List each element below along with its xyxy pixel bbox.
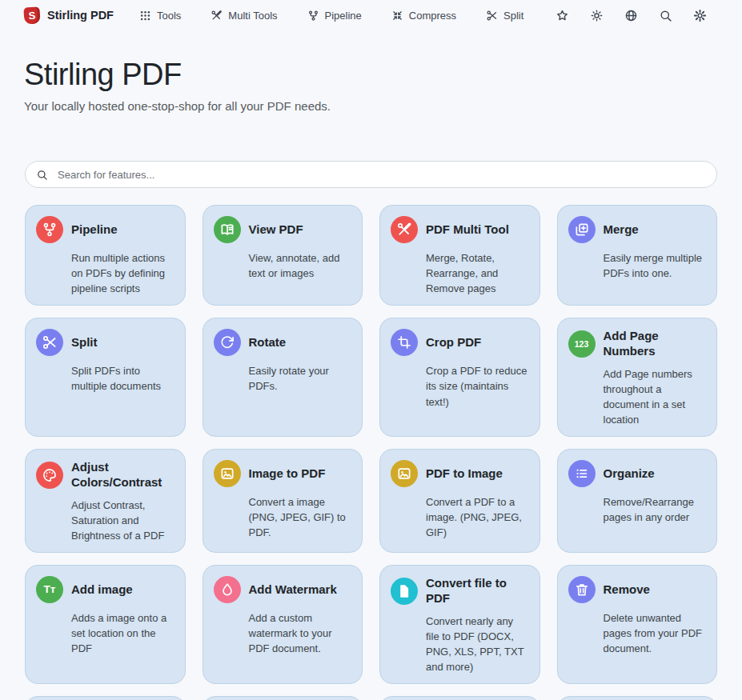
nav-menu: Tools Multi Tools Pipeline Compress Spli… — [139, 10, 523, 22]
feature-card-compress[interactable]: Compress Compress PDFs to reduce their f… — [379, 696, 540, 700]
card-title: Convert file to PDF — [426, 576, 529, 606]
card-header: Rotate — [214, 329, 352, 356]
card-description: Split PDFs into multiple documents — [71, 363, 174, 394]
card-title: Adjust Colors/Contrast — [71, 460, 174, 490]
card-description: Merge, Rotate, Rearrange, and Remove pag… — [426, 250, 529, 296]
card-header: PDF to Image — [391, 460, 529, 487]
star-icon[interactable] — [555, 9, 569, 22]
text-format-icon: Tт — [36, 576, 63, 603]
card-description: Remove/Rearrange pages in any order — [604, 494, 707, 525]
hero-section: Stirling PDF Your locally hosted one-sto… — [0, 29, 742, 113]
pipeline-icon — [307, 10, 319, 22]
card-description: Easily merge multiple PDFs into one. — [604, 250, 707, 281]
scissors-icon — [486, 10, 498, 22]
card-description: Add Page numbers throughout a document i… — [604, 366, 707, 427]
card-header: Image to PDF — [214, 460, 352, 487]
nav-item-pipeline[interactable]: Pipeline — [307, 10, 362, 22]
card-header: View PDF — [214, 216, 352, 243]
settings-gear-icon[interactable] — [693, 9, 707, 22]
feature-card-merge[interactable]: Merge Easily merge multiple PDFs into on… — [557, 205, 718, 306]
feature-card-pdf-multi-tool[interactable]: PDF Multi Tool Merge, Rotate, Rearrange,… — [379, 205, 540, 306]
feature-card-add-watermark[interactable]: Add Watermark Add a custom watermark to … — [203, 565, 363, 684]
feature-card-adjust-colors-contrast[interactable]: Adjust Colors/Contrast Adjust Contrast, … — [25, 449, 186, 553]
card-header: Remove — [568, 576, 707, 603]
scissors-icon — [36, 329, 63, 356]
card-header: Crop PDF — [391, 329, 529, 356]
image-icon — [391, 460, 418, 487]
book-open-icon — [214, 216, 241, 243]
nav-item-tools[interactable]: Tools — [139, 10, 181, 22]
nav-item-split[interactable]: Split — [486, 10, 523, 22]
main-content: Stirling PDF Your locally hosted one-sto… — [0, 29, 742, 700]
page-title: Stirling PDF — [24, 58, 718, 92]
feature-card-remove-password[interactable]: Remove Password Remove password protecti… — [203, 696, 363, 700]
card-description: Delete unwanted pages from your PDF docu… — [604, 610, 707, 656]
feature-card-image-to-pdf[interactable]: Image to PDF Convert a image (PNG, JPEG,… — [203, 449, 363, 553]
top-navbar: S Stirling PDF Tools Multi Tools Pipelin… — [0, 0, 742, 29]
feature-card-add-page-numbers[interactable]: 123 Add Page Numbers Add Page numbers th… — [557, 318, 718, 437]
feature-card-remove[interactable]: Remove Delete unwanted pages from your P… — [557, 565, 718, 684]
search-input[interactable] — [56, 168, 706, 182]
card-description: Crop a PDF to reduce its size (maintains… — [426, 363, 529, 409]
stirling-logo-icon: S — [23, 6, 40, 24]
card-header: Tт Add image — [36, 576, 174, 603]
card-title: Image to PDF — [249, 466, 326, 482]
card-title: Add Watermark — [249, 582, 337, 598]
feature-card-change-metadata[interactable]: Change Metadata Change/Remove/Add metada… — [557, 696, 718, 700]
feature-search-bar[interactable] — [25, 161, 717, 188]
card-title: Split — [71, 335, 98, 350]
file-icon — [391, 578, 418, 605]
palette-icon — [36, 462, 63, 489]
list-icon — [568, 460, 596, 487]
card-title: Merge — [604, 222, 639, 238]
globe-icon[interactable] — [624, 9, 638, 22]
droplet-icon — [214, 576, 241, 603]
card-title: Organize — [604, 466, 655, 482]
trash-icon — [568, 576, 596, 603]
card-description: Adds a image onto a set location on the … — [71, 610, 174, 656]
card-title: Add image — [71, 582, 133, 598]
pipeline-icon — [36, 216, 63, 243]
card-header: Split — [36, 329, 174, 356]
brand-home-link[interactable]: S Stirling PDF — [24, 7, 114, 24]
feature-card-split[interactable]: Split Split PDFs into multiple documents — [25, 318, 186, 437]
card-description: Easily rotate your PDFs. — [249, 363, 352, 394]
theme-sun-icon[interactable] — [590, 9, 604, 22]
feature-card-view-pdf[interactable]: View PDF View, annotate, add text or ima… — [203, 205, 363, 306]
search-icon — [36, 169, 48, 181]
tools-icon — [391, 216, 418, 243]
feature-card-add-image[interactable]: Tт Add image Adds a image onto a set loc… — [25, 565, 186, 684]
card-title: PDF to Image — [426, 466, 503, 482]
navbar-actions — [555, 9, 707, 22]
card-header: Pipeline — [36, 216, 174, 243]
feature-card-add-password[interactable]: Add Password Encrypt your PDF document w… — [25, 696, 186, 700]
tools-icon — [211, 10, 223, 22]
feature-card-pipeline[interactable]: Pipeline Run multiple actions on PDFs by… — [25, 205, 186, 306]
feature-card-pdf-to-image[interactable]: PDF to Image Convert a PDF to a image. (… — [379, 449, 540, 553]
feature-card-convert-file-to-pdf[interactable]: Convert file to PDF Convert nearly any f… — [379, 565, 540, 684]
nav-item-multi-tools[interactable]: Multi Tools — [211, 10, 277, 22]
card-header: 123 Add Page Numbers — [568, 329, 707, 359]
card-header: Convert file to PDF — [391, 576, 529, 606]
feature-card-grid: Pipeline Run multiple actions on PDFs by… — [25, 205, 717, 700]
merge-icon — [568, 216, 596, 243]
card-title: Remove — [604, 582, 650, 598]
card-header: Add Watermark — [214, 576, 352, 603]
card-header: Merge — [568, 216, 707, 243]
brand-name: Stirling PDF — [47, 9, 114, 22]
nav-item-compress[interactable]: Compress — [391, 10, 456, 22]
card-title: Rotate — [249, 335, 287, 350]
feature-card-crop-pdf[interactable]: Crop PDF Crop a PDF to reduce its size (… — [379, 318, 540, 437]
apps-grid-icon — [139, 10, 151, 22]
card-header: PDF Multi Tool — [391, 216, 529, 243]
compress-icon — [391, 10, 403, 22]
card-title: PDF Multi Tool — [426, 222, 509, 238]
feature-card-rotate[interactable]: Rotate Easily rotate your PDFs. — [203, 318, 363, 437]
card-title: View PDF — [249, 222, 303, 238]
feature-card-organize[interactable]: Organize Remove/Rearrange pages in any o… — [557, 449, 718, 553]
card-header: Organize — [568, 460, 707, 487]
card-description: Convert a image (PNG, JPEG, GIF) to PDF. — [249, 494, 352, 540]
card-description: Adjust Contrast, Saturation and Brightne… — [71, 498, 174, 543]
search-icon[interactable] — [659, 9, 672, 22]
card-description: Convert a PDF to a image. (PNG, JPEG, GI… — [426, 494, 529, 540]
